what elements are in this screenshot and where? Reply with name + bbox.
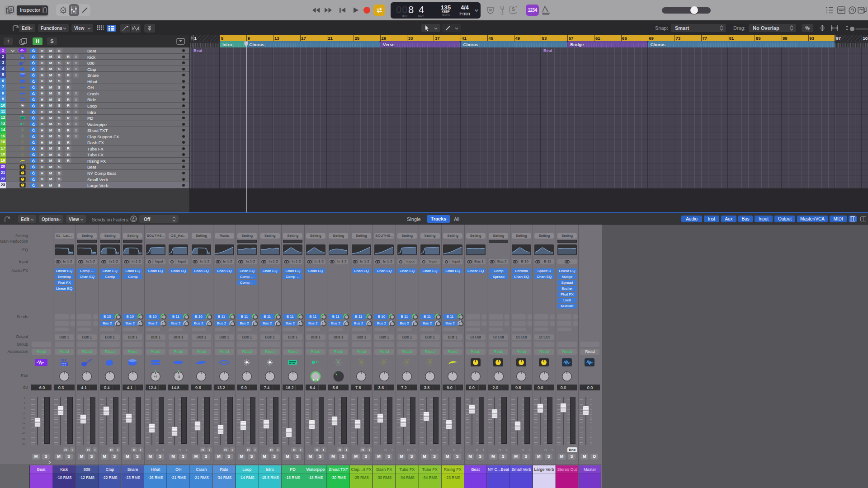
svg-text:+4: +4 [154, 375, 157, 378]
svg-text:-8: -8 [177, 375, 180, 378]
